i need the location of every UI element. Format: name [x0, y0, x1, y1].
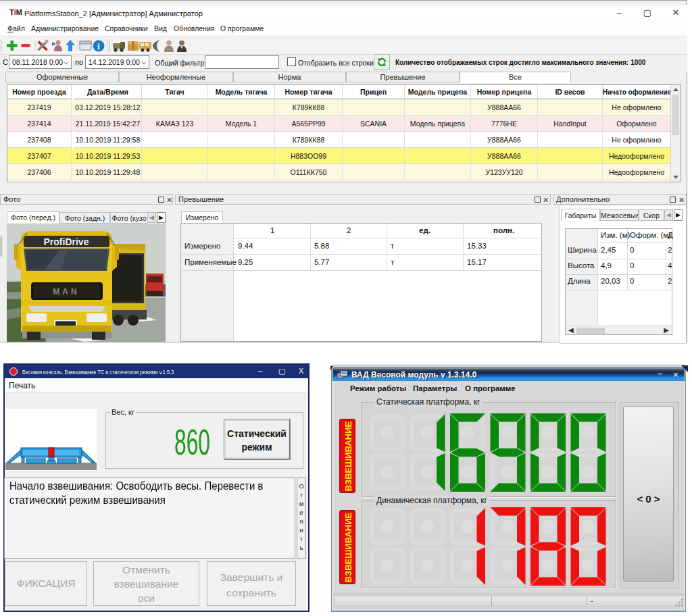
- svg-text:MAN: MAN: [53, 287, 79, 297]
- svg-text:ProfiDrive: ProfiDrive: [44, 236, 89, 247]
